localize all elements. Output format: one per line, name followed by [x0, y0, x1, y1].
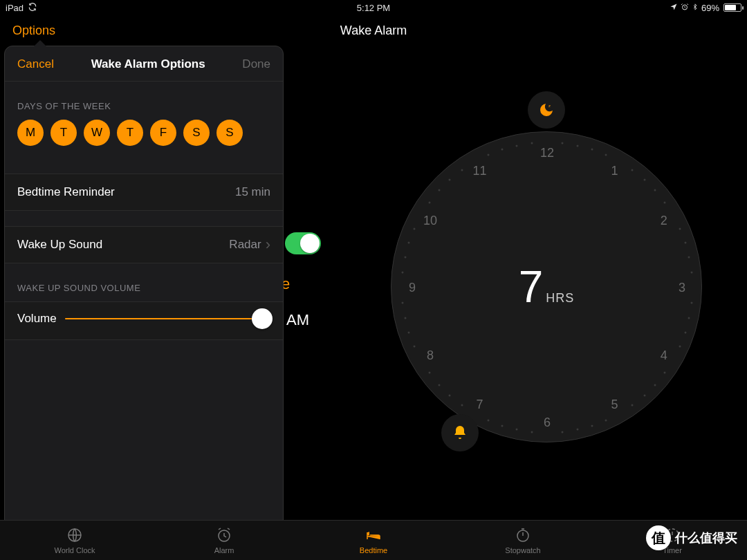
alarm-clock-icon	[216, 527, 232, 545]
hour-label-6: 6	[539, 416, 555, 430]
day-thu[interactable]: T	[117, 120, 143, 146]
svg-text:z: z	[548, 104, 551, 108]
done-button[interactable]: Done	[242, 57, 270, 71]
wake-alarm-toggle[interactable]	[285, 232, 321, 254]
dial-unit: HRS	[546, 291, 574, 306]
stopwatch-icon	[515, 527, 531, 545]
battery-icon	[723, 3, 741, 12]
hour-label-5: 5	[607, 397, 623, 411]
day-mon[interactable]: M	[17, 120, 44, 146]
bedtime-reminder-value: 15 min	[235, 185, 270, 199]
hour-label-7: 7	[472, 397, 488, 411]
location-icon	[670, 3, 678, 13]
options-popover: Cancel Wake Alarm Options Done DAYS OF T…	[4, 46, 284, 530]
tab-alarm[interactable]: Alarm	[149, 521, 299, 560]
hour-label-11: 11	[472, 164, 488, 178]
day-tue[interactable]: T	[50, 120, 77, 146]
tab-bedtime[interactable]: Bedtime	[299, 521, 448, 560]
tab-label: Alarm	[214, 546, 234, 554]
day-wed[interactable]: W	[84, 120, 110, 146]
device-name: iPad	[6, 3, 24, 13]
hour-label-1: 1	[607, 164, 623, 178]
alarm-status-icon	[681, 3, 689, 13]
bedtime-reminder-label: Bedtime Reminder	[17, 185, 115, 199]
hour-label-3: 3	[674, 281, 690, 295]
days-section-label: DAYS OF THE WEEK	[5, 82, 283, 120]
hour-label-9: 9	[404, 281, 421, 295]
watermark: 值 什么值得买	[646, 525, 737, 550]
page-title: Wake Alarm	[340, 24, 407, 38]
bedtime-dial[interactable]: 7 HRS 121234567891011 z	[349, 90, 744, 484]
dial-face: 7 HRS 121234567891011	[391, 131, 702, 442]
bed-icon	[365, 527, 382, 545]
hour-label-12: 12	[539, 146, 555, 160]
wake-sound-value: Radar	[229, 238, 261, 252]
nav-bar: Options Wake Alarm	[0, 15, 747, 46]
day-fri[interactable]: F	[150, 120, 176, 146]
bedtime-handle[interactable]: z	[528, 91, 565, 129]
tab-world-clock[interactable]: World Clock	[0, 521, 149, 560]
volume-label: Volume	[17, 312, 57, 326]
volume-thumb[interactable]	[252, 308, 273, 329]
battery-percent: 69%	[701, 3, 719, 13]
hour-label-2: 2	[656, 213, 672, 227]
wake-sound-row[interactable]: Wake Up Sound Radar ›	[5, 227, 283, 263]
tab-label: World Clock	[54, 546, 95, 554]
watermark-badge: 值	[646, 525, 671, 550]
status-bar: iPad 5:12 PM 69%	[0, 0, 747, 15]
volume-slider[interactable]	[65, 318, 270, 319]
volume-section-label: WAKE UP SOUND VOLUME	[5, 263, 283, 301]
hour-label-10: 10	[422, 213, 439, 227]
bluetooth-icon	[692, 3, 699, 13]
bedtime-reminder-row[interactable]: Bedtime Reminder 15 min	[5, 174, 283, 210]
screen: iPad 5:12 PM 69% Options Wake Alarm ke A…	[0, 0, 747, 560]
status-time: 5:12 PM	[357, 3, 390, 13]
day-sat[interactable]: S	[183, 120, 210, 146]
dial-hours-value: 7	[519, 261, 544, 312]
tab-label: Stopwatch	[505, 546, 540, 554]
tab-label: Bedtime	[360, 546, 387, 554]
sync-icon	[28, 2, 37, 14]
cancel-button[interactable]: Cancel	[17, 57, 54, 71]
globe-icon	[66, 527, 83, 545]
hour-label-8: 8	[422, 348, 439, 362]
wake-handle[interactable]	[441, 414, 479, 451]
watermark-text: 什么值得买	[675, 530, 737, 546]
wake-sound-label: Wake Up Sound	[17, 238, 102, 252]
day-sun[interactable]: S	[216, 120, 243, 146]
days-row: M T W T F S S	[5, 120, 283, 158]
wake-time-fragment: AM	[286, 311, 309, 329]
hour-label-4: 4	[656, 348, 672, 362]
tab-stopwatch[interactable]: Stopwatch	[448, 521, 598, 560]
popover-title: Wake Alarm Options	[91, 57, 205, 71]
options-button[interactable]: Options	[12, 24, 55, 38]
tab-bar: World Clock Alarm Bedtime Stopwatch Time…	[0, 520, 747, 560]
